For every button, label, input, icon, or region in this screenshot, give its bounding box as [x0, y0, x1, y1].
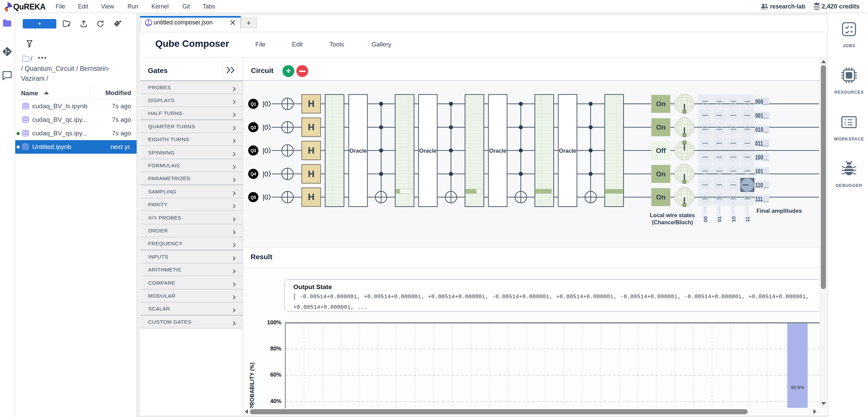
- svg-text:On: On: [656, 124, 666, 131]
- svg-text:H: H: [308, 169, 315, 179]
- svg-text:On: On: [656, 193, 666, 201]
- svg-text:JOBS: JOBS: [843, 43, 855, 48]
- svg-text:Q1: Q1: [251, 102, 256, 107]
- svg-text:99.9%: 99.9%: [791, 385, 804, 390]
- svg-text:00: 00: [703, 216, 708, 222]
- svg-text:|0: |0: [262, 193, 268, 201]
- svg-text:|0: |0: [262, 123, 268, 131]
- svg-text:110__: 110__: [755, 182, 769, 188]
- svg-text:11: 11: [745, 216, 750, 222]
- svg-text:On: On: [656, 100, 666, 108]
- svg-text:Oracle: Oracle: [489, 148, 506, 154]
- svg-text:010__: 010__: [755, 126, 769, 133]
- svg-text:DEBUGGER: DEBUGGER: [836, 183, 863, 188]
- svg-text:Q4: Q4: [251, 172, 256, 176]
- svg-text:Oracle: Oracle: [349, 148, 367, 154]
- svg-text:01: 01: [716, 216, 722, 222]
- svg-text:H: H: [308, 99, 315, 109]
- svg-text:10: 10: [731, 216, 736, 222]
- svg-text:Final amplitudes: Final amplitudes: [756, 208, 802, 214]
- svg-text:H: H: [308, 122, 315, 132]
- svg-text:Local wire states: Local wire states: [650, 212, 695, 218]
- svg-text:111__: 111__: [755, 196, 768, 202]
- svg-text:H: H: [308, 192, 315, 202]
- svg-text:|0: |0: [262, 100, 268, 108]
- svg-text:000__: 000__: [755, 98, 769, 105]
- svg-text:100__: 100__: [755, 154, 769, 160]
- svg-text:Q2: Q2: [251, 125, 256, 130]
- svg-text:011__: 011__: [755, 140, 769, 147]
- svg-text:RESOURCES: RESOURCES: [834, 90, 864, 95]
- svg-text:101__: 101__: [755, 168, 769, 174]
- svg-text:Oracle: Oracle: [419, 148, 436, 154]
- svg-text:Off: Off: [656, 147, 666, 154]
- svg-text:Oracle: Oracle: [559, 148, 576, 154]
- svg-text:H: H: [308, 146, 315, 156]
- svg-text:|0: |0: [262, 147, 268, 154]
- svg-text:WORKSPACE: WORKSPACE: [834, 137, 864, 141]
- svg-text:Q5: Q5: [251, 195, 256, 200]
- svg-text:|0: |0: [262, 170, 268, 178]
- svg-text:On: On: [656, 170, 666, 178]
- svg-text:001__: 001__: [755, 112, 769, 119]
- svg-text:(Chance/Bloch): (Chance/Bloch): [652, 219, 693, 225]
- svg-text:Q3: Q3: [251, 148, 256, 153]
